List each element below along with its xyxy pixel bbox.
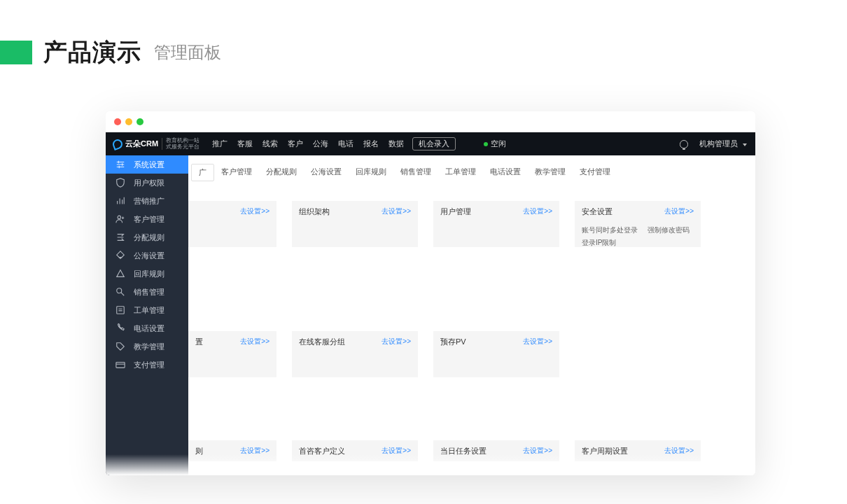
close-dot[interactable] (114, 118, 121, 125)
status-label: 空闲 (491, 139, 506, 149)
tab[interactable]: 电话设置 (483, 164, 528, 181)
sidebar-item-ticket-mgmt[interactable]: 工单管理 (106, 301, 188, 319)
user-menu[interactable]: 机构管理员 (699, 139, 747, 149)
tab[interactable]: 广 (191, 164, 214, 181)
go-settings-link[interactable]: 去设置>> (382, 446, 411, 456)
settings-card: 在线客服分组 去设置>> (292, 331, 418, 377)
sidebar-item-label: 回库规则 (134, 269, 164, 279)
go-settings-link[interactable]: 去设置>> (664, 206, 694, 216)
sidebar-item-system-settings[interactable]: 系统设置 (106, 155, 188, 174)
tab[interactable]: 支付管理 (573, 164, 617, 181)
triangle-icon (115, 269, 125, 279)
chevron-down-icon (743, 144, 747, 146)
tag-icon (115, 342, 125, 351)
minimize-dot[interactable] (125, 118, 132, 125)
go-settings-link[interactable]: 去设置>> (382, 337, 411, 346)
sidebar-item-label: 电话设置 (134, 323, 164, 334)
go-settings-link[interactable]: 去设置>> (523, 446, 552, 456)
tab[interactable]: 公海设置 (304, 164, 349, 181)
status-indicator[interactable]: 空闲 (484, 139, 506, 149)
sub-tabs: 广 客户管理 分配规则 公海设置 回库规则 销售管理 工单管理 电话设置 教学管… (188, 155, 755, 181)
tab[interactable]: 客户管理 (214, 164, 259, 181)
settings-card: 用户管理 去设置>> (433, 201, 559, 247)
sidebar-item-phone-settings[interactable]: 电话设置 (106, 319, 188, 337)
settings-card: 当日任务设置 去设置>> (433, 440, 559, 461)
tab[interactable]: 工单管理 (438, 164, 483, 181)
sidebar-item-teaching-mgmt[interactable]: 教学管理 (106, 337, 188, 356)
sidebar-item-label: 教学管理 (134, 342, 164, 352)
sidebar-item-allocation-rules[interactable]: 分配规则 (106, 228, 188, 246)
sidebar-item-label: 公海设置 (134, 251, 164, 261)
sidebar-item-public-sea[interactable]: 公海设置 (106, 246, 188, 265)
sidebar-item-user-permissions[interactable]: 用户权限 (106, 174, 188, 192)
settings-section: 去设置>> 组织架构 去设置>> 用户管理 去设置>> 安全设置 去设置>> (188, 201, 755, 247)
settings-card: 安全设置 去设置>> 账号同时多处登录 强制修改密码 登录IP限制 (575, 201, 701, 247)
nav-item[interactable]: 推广 (212, 139, 227, 149)
user-role-label: 机构管理员 (699, 139, 738, 148)
card-sub[interactable]: 登录IP限制 (582, 238, 616, 248)
svg-point-0 (118, 216, 120, 218)
header-right: 机构管理员 (680, 132, 747, 155)
settings-section: 则 去设置>> 首咨客户定义 去设置>> 当日任务设置 去设置>> 客户周期设置… (188, 440, 755, 461)
tab[interactable]: 销售管理 (393, 164, 438, 181)
go-settings-link[interactable]: 去设置>> (523, 337, 552, 346)
nav-item[interactable]: 客户 (288, 139, 303, 149)
settings-card: 去设置>> (188, 201, 276, 247)
sidebar-item-sales-mgmt[interactable]: 销售管理 (106, 283, 188, 301)
cloud-icon (111, 138, 124, 150)
sidebar-item-marketing[interactable]: 营销推广 (106, 192, 188, 210)
settings-card: 组织架构 去设置>> (292, 201, 418, 247)
sea-icon (115, 251, 125, 260)
window-chrome (106, 111, 755, 132)
user-icon (115, 214, 125, 224)
slide-title: 产品演示 管理面板 (0, 36, 221, 69)
sidebar-item-payment-mgmt[interactable]: 支付管理 (106, 356, 188, 374)
app-header: 云朵CRM 教育机构一站式服务元平台 推广 客服 线索 客户 公海 电话 报名 … (106, 132, 755, 155)
logo[interactable]: 云朵CRM 教育机构一站式服务元平台 (106, 132, 206, 155)
tab[interactable]: 分配规则 (259, 164, 304, 181)
sidebar-item-label: 工单管理 (134, 305, 164, 316)
sidebar-item-label: 营销推广 (134, 196, 164, 206)
status-dot-icon (484, 142, 488, 146)
go-settings-link[interactable]: 去设置>> (240, 206, 270, 216)
record-opportunity-button[interactable]: 机会录入 (412, 137, 456, 150)
sidebar-item-label: 客户管理 (134, 214, 164, 225)
tab[interactable]: 教学管理 (528, 164, 573, 181)
sidebar-item-label: 用户权限 (134, 178, 164, 188)
nav-item[interactable]: 报名 (363, 139, 379, 149)
sidebar-item-label: 销售管理 (134, 287, 164, 298)
sidebar-item-customer-mgmt[interactable]: 客户管理 (106, 210, 188, 228)
go-settings-link[interactable]: 去设置>> (382, 206, 411, 216)
maximize-dot[interactable] (136, 118, 144, 125)
card-sub[interactable]: 强制修改密码 (648, 225, 690, 235)
go-settings-link[interactable]: 去设置>> (664, 446, 694, 456)
bell-icon[interactable] (680, 140, 688, 148)
settings-card: 预存PV 去设置>> (433, 331, 559, 377)
empty-slot (575, 331, 701, 377)
go-settings-link[interactable]: 去设置>> (240, 337, 270, 346)
nav-item[interactable]: 客服 (237, 139, 253, 149)
ticket-icon (115, 305, 125, 315)
sliders-icon (115, 160, 125, 169)
sidebar-item-label: 系统设置 (134, 160, 164, 170)
settings-section: 置 去设置>> 在线客服分组 去设置>> 预存PV 去设置>> (188, 331, 755, 377)
sidebar-item-return-rules[interactable]: 回库规则 (106, 265, 188, 283)
go-settings-link[interactable]: 去设置>> (240, 446, 270, 456)
nav-item[interactable]: 公海 (313, 139, 328, 149)
sidebar: 系统设置 用户权限 营销推广 客户管理 分配规则 公海设置 (106, 155, 188, 475)
phone-icon (115, 323, 125, 333)
settings-card: 置 去设置>> (188, 331, 276, 377)
settings-card: 首咨客户定义 去设置>> (292, 440, 418, 461)
go-settings-link[interactable]: 去设置>> (523, 206, 552, 216)
card-sub[interactable]: 账号同时多处登录 (582, 225, 638, 235)
svg-rect-2 (117, 307, 125, 314)
logo-name: 云朵CRM (125, 139, 158, 149)
nav-item[interactable]: 电话 (338, 139, 354, 149)
svg-rect-3 (116, 363, 125, 368)
nav-item[interactable]: 线索 (262, 139, 278, 149)
app-body: 系统设置 用户权限 营销推广 客户管理 分配规则 公海设置 (106, 155, 755, 475)
slide-title-main: 产品演示 (43, 36, 141, 69)
nav-item[interactable]: 数据 (388, 139, 404, 149)
tab[interactable]: 回库规则 (349, 164, 393, 181)
accent-bar (0, 41, 32, 64)
